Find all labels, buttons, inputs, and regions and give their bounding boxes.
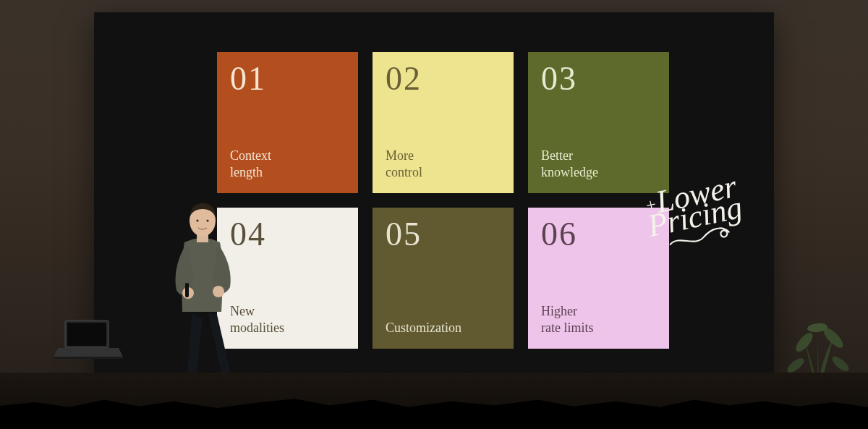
tile-number: 01: [230, 62, 345, 95]
swash-icon: [666, 225, 733, 251]
tile-number: 06: [541, 218, 656, 251]
tile-number: 04: [230, 218, 345, 251]
tile-05: 05 Customization: [373, 208, 514, 349]
tile-label: More control: [386, 148, 501, 180]
tile-number: 05: [386, 218, 501, 251]
stage-scene: 01 Context length 02 More control 03 Bet…: [0, 0, 868, 429]
presentation-screen: 01 Context length 02 More control 03 Bet…: [94, 12, 774, 374]
svg-point-16: [830, 354, 851, 373]
svg-point-13: [820, 325, 846, 351]
tile-label: Better knowledge: [541, 148, 656, 180]
tile-label: New modalities: [230, 303, 345, 336]
tile-06: 06 Higher rate limits: [528, 208, 669, 349]
tile-label: Customization: [386, 320, 501, 336]
tile-number: 03: [541, 62, 656, 95]
tile-grid: 01 Context length 02 More control 03 Bet…: [217, 52, 669, 349]
tile-number: 02: [386, 62, 501, 95]
tile-02: 02 More control: [373, 52, 514, 193]
svg-point-12: [793, 330, 815, 354]
svg-point-14: [807, 323, 827, 334]
tile-04: 04 New modalities: [217, 208, 358, 349]
tile-01: 01 Context length: [217, 52, 358, 193]
tile-03: 03 Better knowledge: [528, 52, 669, 193]
tile-label: Higher rate limits: [541, 303, 656, 336]
tile-label: Context length: [230, 148, 345, 180]
